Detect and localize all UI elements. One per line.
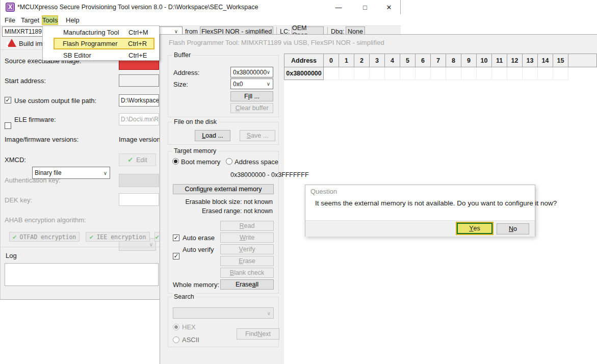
hex-radio	[173, 324, 179, 330]
log-label: Log	[6, 252, 17, 259]
buffer-size-combo[interactable]: 0x0 ∨	[230, 79, 273, 89]
column-header: 4	[385, 54, 400, 67]
menu-target[interactable]: Target	[20, 15, 40, 25]
hex-cell[interactable]	[461, 67, 477, 80]
log-textarea[interactable]	[5, 263, 159, 286]
hex-cell[interactable]	[324, 67, 339, 80]
start-address-input[interactable]	[119, 74, 159, 87]
hex-cell[interactable]	[553, 67, 568, 80]
close-button[interactable]: ✕	[380, 0, 398, 14]
file-group-title: File on the disk	[172, 118, 218, 125]
hex-table-header: Address 0 1 2 3 4 5 6 7 8 9 10 11 12 13 …	[284, 54, 597, 67]
menu-item-label: SB Editor	[63, 51, 91, 59]
buffer-address-value: 0x38000000	[233, 69, 267, 76]
question-dialog: Question It seems the external memory is…	[305, 185, 535, 237]
hex-cell[interactable]	[385, 67, 400, 80]
maximize-button[interactable]: □	[356, 0, 374, 14]
window-title: *MCUXpresso Secure Provisioning Tool ver…	[17, 4, 258, 11]
menu-item-sb-editor[interactable]: SB Editor Ctrl+E	[43, 49, 159, 61]
hex-cell[interactable]	[523, 67, 538, 80]
menu-item-manufacturing-tool[interactable]: Manufacturing Tool Ctrl+M	[43, 27, 159, 38]
custom-output-checkbox[interactable]	[5, 97, 11, 103]
find-next-button: Find Next	[237, 328, 279, 340]
ascii-radio[interactable]	[173, 336, 179, 343]
menu-file[interactable]: File	[4, 15, 16, 25]
erased-range-info: Erased range: not known	[202, 207, 273, 215]
menu-item-flash-programmer[interactable]: Flash Programmer Ctrl+R	[54, 38, 154, 49]
hex-cell[interactable]	[477, 67, 492, 80]
otfad-encryption-button: ✔ OTFAD encryption	[9, 232, 80, 242]
auto-erase-checkbox[interactable]	[173, 235, 179, 241]
hex-cell[interactable]	[446, 67, 461, 80]
erase-all-button[interactable]: Erase all	[220, 279, 274, 290]
hex-cell[interactable]	[354, 67, 370, 80]
chevron-down-icon: ∨	[103, 170, 107, 176]
hex-cell[interactable]	[507, 67, 523, 80]
app-icon-letter: X	[7, 4, 14, 11]
menu-item-shortcut: Ctrl+M	[128, 29, 148, 36]
search-group: Search ∨ HEX ASCII Find Next	[168, 297, 279, 347]
hex-cell[interactable]	[416, 67, 431, 80]
chevron-down-icon: ∨	[267, 310, 271, 316]
otfad-label: OTFAD encryption	[20, 233, 76, 241]
column-header: 10	[477, 54, 492, 67]
buffer-address-combo[interactable]: 0x38000000 ∨	[230, 67, 273, 77]
versions-label: Image/firmware versions:	[5, 136, 79, 143]
custom-output-input[interactable]: D:\Workspace\	[119, 94, 159, 107]
hex-cell[interactable]	[431, 67, 446, 80]
hex-cell[interactable]	[492, 67, 507, 80]
column-header: 11	[492, 54, 507, 67]
buffer-size-value: 0x0	[233, 81, 243, 88]
read-button: Read	[220, 221, 274, 231]
address-column-header: Address	[284, 54, 324, 67]
hex-cell[interactable]	[339, 67, 354, 80]
column-header: 2	[354, 54, 370, 67]
yes-button[interactable]: Yes	[457, 223, 492, 234]
menu-item-shortcut: Ctrl+R	[128, 40, 147, 47]
hex-table-row[interactable]: 0x38000000	[284, 67, 568, 80]
boot-memory-radio[interactable]	[172, 158, 179, 165]
iee-encryption-button: ✔ IEE encryption	[86, 232, 150, 242]
configure-external-memory-button[interactable]: Configure external memory	[173, 184, 274, 194]
title-bar: X *MCUXpresso Secure Provisioning Tool v…	[1, 0, 400, 14]
fill-button[interactable]: Fill ...	[230, 91, 273, 101]
menu-bar: File Target Tools Help	[1, 14, 401, 25]
hex-cell[interactable]	[400, 67, 416, 80]
column-header: 8	[446, 54, 461, 67]
check-icon: ✔	[13, 233, 17, 241]
clear-buffer-button: Clear buffer	[230, 103, 273, 113]
check-icon: ✔	[155, 233, 160, 241]
menu-tools[interactable]: Tools	[42, 15, 58, 25]
erasable-block-info: Erasable block size: not known	[185, 198, 273, 205]
ele-firmware-checkbox[interactable]	[5, 122, 11, 129]
boot-memory-label: Boot memory	[181, 158, 220, 166]
start-address-label: Start address:	[5, 77, 46, 85]
column-header: 1	[339, 54, 354, 67]
tools-menu-popup: Manufacturing Tool Ctrl+M Flash Programm…	[42, 25, 160, 61]
file-on-disk-group: File on the disk Load ... Save ...	[168, 122, 279, 145]
auth-key-label: Authentication key:	[5, 176, 61, 184]
minimize-button[interactable]: —	[329, 0, 348, 14]
column-header: 12	[507, 54, 523, 67]
menu-help[interactable]: Help	[65, 15, 81, 25]
verify-button: Verify	[220, 244, 274, 254]
buffer-group: Buffer Address: 0x38000000 ∨ Size: 0x0 ∨…	[168, 55, 279, 117]
hex-cell[interactable]	[370, 67, 385, 80]
whole-memory-label: Whole memory:	[173, 281, 219, 289]
chevron-down-icon: ∨	[267, 69, 270, 75]
xmcd-edit-button: ✔ Edit	[119, 153, 156, 166]
load-button[interactable]: Load ...	[195, 130, 230, 141]
no-button[interactable]: No	[497, 223, 529, 235]
dialog-title: Question	[310, 188, 337, 195]
chevron-down-icon: ∨	[174, 29, 178, 34]
row-address-cell: 0x38000000	[284, 67, 324, 80]
address-space-radio[interactable]	[226, 158, 232, 165]
check-icon: ✔	[127, 156, 133, 164]
buffer-size-label: Size:	[173, 81, 188, 88]
auto-verify-checkbox[interactable]	[173, 253, 179, 259]
ahab-algorithm-label: AHAB encryption algorithm:	[5, 216, 86, 224]
iee-label: IEE encryption	[96, 233, 146, 241]
buffer-group-title: Buffer	[172, 51, 192, 59]
chevron-down-icon: ∨	[267, 81, 270, 87]
hex-cell[interactable]	[538, 67, 553, 80]
